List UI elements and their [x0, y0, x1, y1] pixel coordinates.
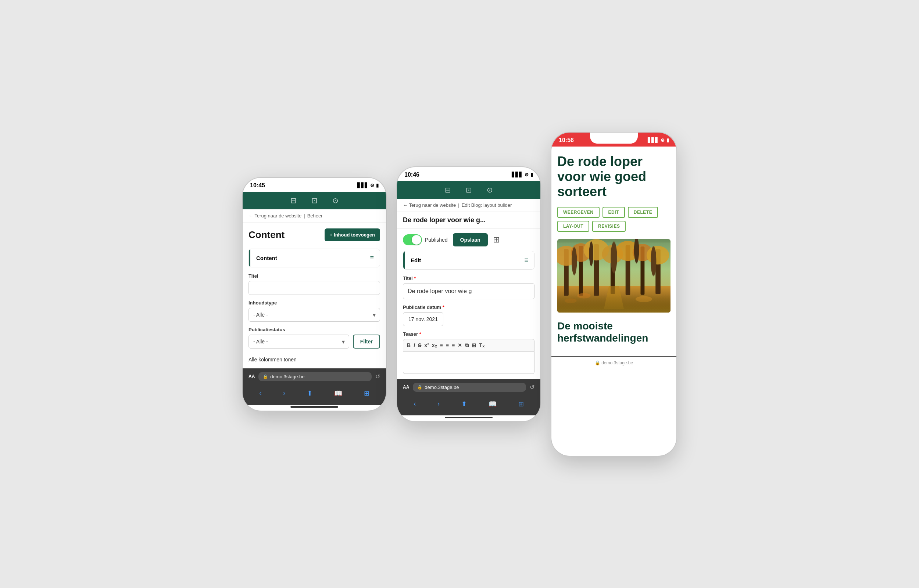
breadcrumb-section-2[interactable]: Edit Blog: layout builder [462, 202, 512, 208]
layout-icon[interactable]: ⊞ [493, 235, 499, 245]
pub-status-form-group: Publicatiestatus - Alle - ▾ Filter [248, 327, 380, 349]
hamburger-icon-2[interactable]: ≡ [524, 256, 528, 264]
breadcrumb-back-1[interactable]: ← Terug naar de website [248, 213, 301, 218]
svg-point-13 [616, 241, 640, 261]
status-icons-1: ▋▋▋ ⊜ ▮ [357, 183, 379, 188]
delete-button[interactable]: DELETE [628, 207, 658, 218]
lock-icon-2: 🔒 [417, 385, 422, 390]
reload-icon-2[interactable]: ↺ [530, 384, 535, 391]
toolbar-copy[interactable]: ⧉ [465, 342, 469, 349]
svg-point-14 [633, 244, 653, 261]
nav-icon-1c[interactable]: ⊙ [332, 196, 339, 205]
browser-bar-2: AA 🔒 demo.3stage.be ↺ [397, 379, 540, 396]
reload-icon-1[interactable]: ↺ [375, 373, 380, 380]
aa-text-2: AA [403, 384, 409, 390]
forest-scene [557, 239, 671, 313]
breadcrumb-section-1[interactable]: Beheer [307, 213, 323, 218]
title-input-2[interactable] [403, 283, 535, 299]
toolbar-align-left[interactable]: ≡ [440, 342, 443, 348]
svg-point-15 [647, 246, 669, 265]
forward-icon-2[interactable]: › [438, 400, 440, 408]
battery-icon-3: ▮ [666, 137, 669, 143]
toolbar-table[interactable]: ⊞ [472, 342, 476, 348]
nav-icon-1b[interactable]: ⊡ [311, 196, 318, 205]
footer-url: demo.3stage.be [601, 360, 633, 365]
browser-nav-2: ‹ › ⬆ 📖 ⊞ [397, 396, 540, 415]
nav-icon-2a[interactable]: ⊟ [445, 186, 451, 194]
back-icon-2[interactable]: ‹ [413, 400, 416, 408]
toolbar-clear[interactable]: Tₓ [479, 342, 485, 348]
content-type-select[interactable]: - Alle - [248, 308, 380, 322]
phone-1: 10:45 ▋▋▋ ⊜ ▮ ⊟ ⊡ ⊙ ← Terug naar de webs… [243, 178, 386, 410]
toolbar-sup[interactable]: x² [424, 342, 429, 348]
bookmarks-icon-2[interactable]: 📖 [488, 400, 497, 408]
article-title: De rode loper voor wie goed sorteert [557, 154, 671, 199]
hamburger-icon-1[interactable]: ≡ [370, 254, 374, 262]
date-input[interactable]: 17 nov. 2021 [403, 312, 443, 326]
editor-body[interactable] [403, 352, 535, 374]
time-2: 10:46 [404, 171, 420, 178]
share-icon-1[interactable]: ⬆ [307, 389, 313, 397]
nav-bar-1: ⊟ ⊡ ⊙ [243, 192, 386, 209]
pub-status-select[interactable]: - Alle - [248, 334, 349, 349]
edit-header: Edit ≡ [403, 251, 534, 269]
published-toggle[interactable] [403, 234, 422, 246]
save-button-2[interactable]: Opslaan [453, 233, 488, 246]
battery-icon-1: ▮ [376, 183, 379, 188]
share-icon-2[interactable]: ⬆ [461, 400, 467, 408]
field-section: Titel * Publicatie datum * 17 nov. 2021 … [397, 275, 540, 374]
svg-point-9 [557, 246, 578, 265]
status-icons-3: ▋▋▋ ⊜ ▮ [648, 137, 669, 143]
toolbar-unlink[interactable]: ✕ [458, 342, 462, 348]
title-input-1[interactable] [248, 281, 380, 295]
svg-rect-4 [594, 244, 599, 296]
forward-icon-1[interactable]: › [283, 389, 285, 397]
teaser-label: Teaser * [403, 331, 535, 337]
browser-url-1[interactable]: 🔒 demo.3stage.be [258, 372, 372, 381]
breadcrumb-back-2[interactable]: ← Terug naar de website [403, 202, 456, 208]
filter-button[interactable]: Filter [353, 334, 380, 349]
toolbar-align-center[interactable]: ≡ [446, 342, 449, 348]
toolbar-align-right[interactable]: ≡ [452, 342, 455, 348]
breadcrumb-1: ← Terug naar de website | Beheer [243, 209, 386, 223]
add-content-button[interactable]: + Inhoud toevoegen [324, 228, 380, 241]
svg-point-16 [577, 293, 590, 298]
nav-icon-2c[interactable]: ⊙ [487, 186, 493, 194]
filter-section-1: Content ≡ [248, 249, 380, 267]
time-1: 10:45 [250, 182, 265, 189]
weergeven-button[interactable]: WEERGEVEN [557, 207, 600, 218]
tabs-icon-1[interactable]: ⊞ [364, 389, 370, 397]
toolbar-strike[interactable]: S [418, 342, 421, 348]
required-star-title: * [414, 275, 416, 281]
teaser-form-group: Teaser * B I S x² x₂ ≡ ≡ ≡ ✕ ⧉ ⊞ Tₓ [403, 331, 535, 374]
toolbar-bold[interactable]: B [407, 342, 411, 348]
svg-rect-2 [564, 249, 569, 296]
tabs-icon-2[interactable]: ⊞ [518, 400, 524, 408]
pub-status-row: - Alle - ▾ Filter [248, 334, 380, 349]
edit-label: Edit [411, 257, 421, 263]
content-type-select-wrapper: - Alle - ▾ [248, 308, 380, 322]
content-header-1: Content + Inhoud toevoegen [248, 228, 380, 241]
wifi-icon-1: ⊜ [370, 183, 374, 188]
svg-rect-8 [655, 249, 661, 294]
nav-icon-1a[interactable]: ⊟ [290, 196, 297, 205]
layout-button[interactable]: LAY-OUT [557, 221, 589, 232]
phone-3-content: De rode loper voor wie goed sorteert WEE… [551, 147, 676, 356]
back-icon-1[interactable]: ‹ [259, 389, 261, 397]
notch-1 [290, 178, 338, 189]
svg-rect-1 [557, 286, 671, 309]
toolbar-sub[interactable]: x₂ [432, 342, 437, 348]
svg-rect-5 [611, 247, 615, 294]
filter-section-label: Content [256, 255, 277, 261]
notch-3 [590, 132, 638, 144]
pub-status-select-wrapper: - Alle - ▾ [248, 334, 349, 349]
url-text-2: demo.3stage.be [425, 384, 459, 390]
revisies-button[interactable]: REVISIES [592, 221, 626, 232]
nav-icon-2b[interactable]: ⊡ [466, 186, 472, 194]
notch-2 [445, 167, 493, 178]
bookmarks-icon-1[interactable]: 📖 [334, 389, 342, 397]
browser-url-2[interactable]: 🔒 demo.3stage.be [413, 383, 526, 392]
content-area-1: Content + Inhoud toevoegen Content ≡ Tit… [243, 223, 386, 368]
toolbar-italic[interactable]: I [413, 342, 415, 348]
edit-button[interactable]: EDIT [603, 207, 625, 218]
